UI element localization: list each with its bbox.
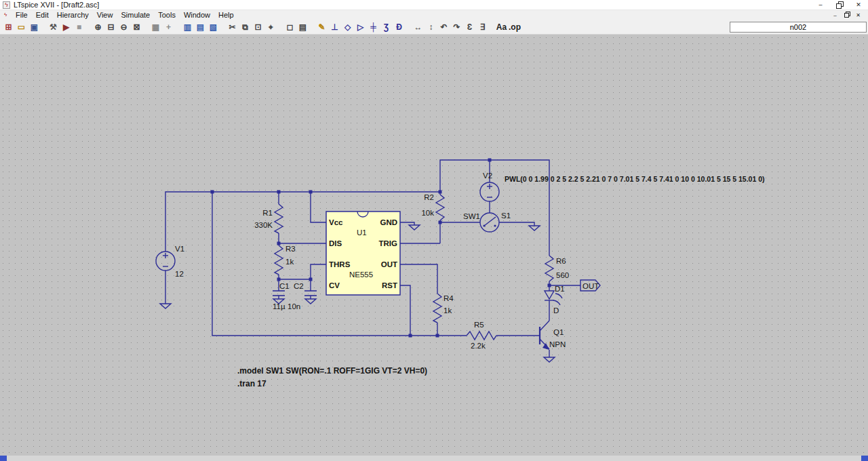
halt-icon[interactable]: ■ — [73, 21, 85, 33]
save-icon[interactable]: ▣ — [28, 21, 41, 33]
cut-icon[interactable]: ✂ — [226, 21, 239, 33]
c1-value-label[interactable]: 11µ — [273, 302, 285, 310]
component-v1[interactable]: V1 12 — [156, 245, 184, 278]
menu-item-hierarchy[interactable]: Hierarchy — [53, 10, 93, 20]
redo-icon[interactable]: ↷ — [450, 21, 463, 33]
c1-ref-label[interactable]: C1 — [279, 282, 290, 290]
spice-directive-icon[interactable]: .op — [508, 21, 521, 33]
component-r3[interactable]: R3 1k — [275, 245, 296, 275]
menu-item-file[interactable]: File — [12, 10, 32, 20]
component-r4[interactable]: R4 1k — [433, 294, 454, 323]
d1-ref-label[interactable]: D1 — [555, 285, 565, 293]
q1-ref-label[interactable]: Q1 — [553, 328, 564, 336]
grid-icon[interactable]: ▦ — [149, 21, 162, 33]
u1-ref-label[interactable]: U1 — [357, 228, 367, 237]
v2-value-label[interactable]: PWL(0 0 1.99 0 2 5 2.2 5 2.21 0 7 0 7.01… — [505, 175, 765, 183]
schematic[interactable]: V1 12 R1 330K R3 1k C1 11µ — [0, 35, 868, 456]
find-icon[interactable]: ⌖ — [264, 21, 277, 33]
tile-horizontal-icon[interactable]: ▤ — [194, 21, 207, 33]
wire-icon[interactable]: ✎ — [315, 21, 328, 33]
rotate-icon[interactable]: Ɛ — [463, 21, 476, 33]
r1-ref-label[interactable]: R1 — [262, 209, 273, 217]
menu-item-edit[interactable]: Edit — [32, 10, 53, 20]
mdi-close-button[interactable]: ✕ — [852, 12, 864, 18]
print-icon[interactable]: ▤ — [296, 21, 309, 33]
open-icon[interactable]: ▭ — [15, 21, 28, 33]
move-icon[interactable]: ↔ — [412, 21, 425, 33]
tran-directive[interactable]: .tran 17 — [237, 379, 267, 388]
r2-value-label[interactable]: 10k — [421, 209, 434, 217]
component-v2[interactable]: V2 PWL(0 0 1.99 0 2 5 2.2 5 2.21 0 7 0 7… — [480, 172, 765, 201]
component-r2[interactable]: R2 10k — [421, 193, 444, 220]
pan-icon[interactable]: + — [162, 21, 175, 33]
net-name-box[interactable] — [730, 22, 867, 33]
copy-icon[interactable]: ⧉ — [239, 21, 252, 33]
run-icon[interactable]: ▶ — [60, 21, 73, 33]
s1-ref-label[interactable]: S1 — [501, 212, 511, 220]
r5-value-label[interactable]: 2.2k — [471, 342, 486, 350]
cascade-icon[interactable]: ▧ — [207, 21, 220, 33]
r4-ref-label[interactable]: R4 — [443, 294, 454, 302]
menu-item-simulate[interactable]: Simulate — [117, 10, 154, 20]
component-u1-ne555[interactable]: Vcc DIS THRS CV GND TRIG OUT RST U1 NE55… — [326, 212, 400, 295]
r5-ref-label[interactable]: R5 — [474, 321, 484, 329]
text-icon[interactable]: Aa — [495, 21, 508, 33]
component-d1[interactable]: D1 D — [545, 285, 565, 315]
model-directive[interactable]: .model SW1 SW(RON=.1 ROFF=1GIG VT=2 VH=0… — [237, 366, 427, 376]
component-icon[interactable]: Ð — [393, 21, 406, 33]
title-bar[interactable]: ϟ LTspice XVII - [Draft2.asc] – ✕ — [0, 0, 868, 10]
component-r6[interactable]: R6 560 — [545, 256, 569, 281]
menu-item-tools[interactable]: Tools — [154, 10, 180, 20]
paste-icon[interactable]: ⊡ — [252, 21, 264, 33]
diode-icon[interactable]: ▷ — [354, 21, 367, 33]
zoom-back-icon[interactable]: ⊟ — [104, 21, 117, 33]
r3-value-label[interactable]: 1k — [285, 258, 294, 266]
c2-value-label[interactable]: 10n — [288, 302, 300, 310]
menu-item-help[interactable]: Help — [214, 10, 238, 20]
r2-ref-label[interactable]: R2 — [424, 193, 434, 201]
component-r5[interactable]: R5 2.2k — [467, 321, 496, 350]
zoom-full-icon[interactable]: ⊠ — [130, 21, 143, 33]
tile-vertical-icon[interactable]: ▥ — [181, 21, 194, 33]
r6-ref-label[interactable]: R6 — [556, 257, 566, 265]
new-schematic-icon[interactable]: ⊞ — [2, 21, 15, 33]
schematic-canvas[interactable]: V1 12 R1 330K R3 1k C1 11µ — [0, 35, 868, 456]
label-icon[interactable]: ◇ — [341, 21, 354, 33]
out-port-flag[interactable]: OUT — [580, 280, 600, 291]
q1-value-label[interactable]: NPN — [549, 340, 566, 348]
c2-ref-label[interactable]: C2 — [294, 282, 304, 290]
r3-ref-label[interactable]: R3 — [285, 245, 296, 253]
v1-ref-label[interactable]: V1 — [175, 245, 184, 253]
component-r1[interactable]: R1 330K — [254, 204, 283, 233]
undo-icon[interactable]: ↶ — [437, 21, 450, 33]
zoom-in-icon[interactable]: ⊕ — [92, 21, 104, 33]
u1-part-label[interactable]: NE555 — [349, 270, 373, 279]
minimize-button[interactable]: – — [811, 0, 830, 10]
r6-value-label[interactable]: 560 — [556, 271, 569, 279]
mirror-icon[interactable]: ∃ — [476, 21, 489, 33]
ground-icon[interactable]: ⊥ — [328, 21, 341, 33]
zoom-out-icon[interactable]: ⊖ — [117, 21, 130, 33]
control-panel-icon[interactable]: ⚒ — [47, 21, 60, 33]
restore-button[interactable] — [830, 0, 849, 10]
spice-directives[interactable]: .model SW1 SW(RON=.1 ROFF=1GIG VT=2 VH=0… — [237, 366, 427, 388]
print-preview-icon[interactable]: ◻ — [283, 21, 296, 33]
component-q1[interactable]: Q1 NPN — [540, 321, 566, 350]
close-button[interactable]: ✕ — [849, 0, 868, 10]
drag-icon[interactable]: ↕ — [425, 21, 437, 33]
menu-item-window[interactable]: Window — [180, 10, 214, 20]
d1-value-label[interactable]: D — [553, 306, 559, 315]
r1-value-label[interactable]: 330K — [254, 221, 273, 229]
component-c2[interactable]: C2 10n — [288, 282, 317, 310]
s1-model-label[interactable]: SW1 — [463, 212, 480, 220]
component-s1[interactable]: SW1 S1 — [463, 212, 511, 232]
r4-value-label[interactable]: 1k — [443, 306, 452, 315]
component-c1[interactable]: C1 11µ — [273, 282, 290, 310]
menu-item-view[interactable]: View — [93, 10, 117, 20]
mdi-minimize-button[interactable]: – — [829, 12, 841, 18]
inductor-icon[interactable]: Ʒ — [380, 21, 393, 33]
v1-value-label[interactable]: 12 — [175, 270, 184, 278]
mdi-restore-button[interactable] — [841, 12, 852, 18]
capacitor-icon[interactable]: ╪ — [367, 21, 380, 33]
v2-ref-label[interactable]: V2 — [483, 172, 492, 180]
